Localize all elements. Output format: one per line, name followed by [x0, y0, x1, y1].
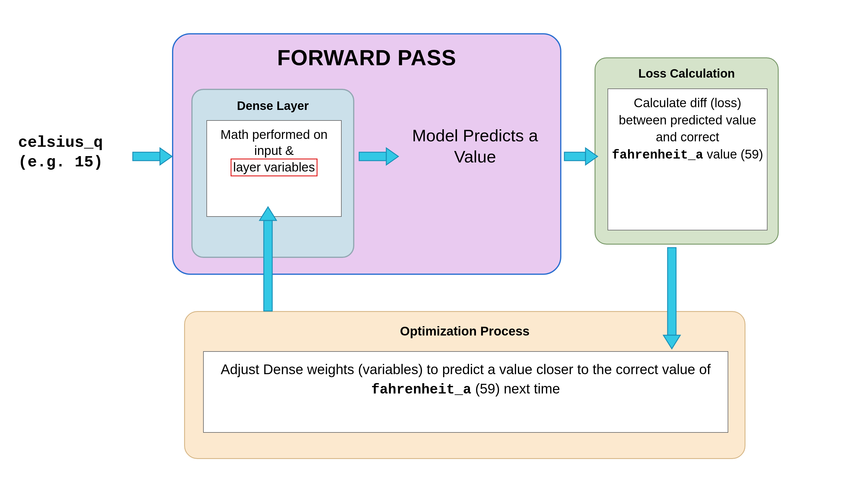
loss-title: Loss Calculation	[595, 67, 778, 80]
loss-text-pre: Calculate diff (loss) between predicted …	[619, 96, 756, 144]
loss-inner-box: Calculate diff (loss) between predicted …	[608, 88, 768, 230]
optimization-inner-box: Adjust Dense weights (variables) to pred…	[203, 351, 728, 433]
optimization-title: Optimization Process	[185, 324, 745, 339]
dense-layer-box: Dense Layer Math performed on input & la…	[191, 89, 354, 258]
svg-rect-2	[564, 152, 586, 161]
loss-text-mono: fahrenheit_a	[612, 148, 703, 163]
model-predicts-text: Model Predicts a Value	[409, 125, 541, 167]
loss-text-post: value (59)	[707, 147, 763, 161]
input-label: celsius_q (e.g. 15)	[18, 133, 169, 172]
dense-text-pre: Math performed on input &	[221, 127, 328, 157]
arrow-predict-to-loss	[564, 148, 597, 165]
opt-text-post: (59) next time	[475, 381, 560, 397]
opt-text-mono: fahrenheit_a	[371, 382, 471, 398]
optimization-box: Optimization Process Adjust Dense weight…	[184, 311, 745, 459]
input-line1: celsius_q	[18, 134, 103, 152]
forward-pass-title: FORWARD PASS	[173, 45, 560, 70]
opt-text-pre: Adjust Dense weights (variables) to pred…	[221, 362, 711, 377]
layer-variables-highlight: layer variables	[230, 159, 318, 176]
dense-inner-box: Math performed on input & layer variable…	[207, 120, 342, 217]
dense-layer-title: Dense Layer	[192, 99, 353, 113]
diagram-canvas: celsius_q (e.g. 15) FORWARD PASS Dense L…	[0, 0, 868, 488]
loss-box: Loss Calculation Calculate diff (loss) b…	[595, 57, 779, 245]
forward-pass-box: FORWARD PASS Dense Layer Math performed …	[172, 33, 561, 275]
input-line2: (e.g. 15)	[18, 153, 103, 171]
